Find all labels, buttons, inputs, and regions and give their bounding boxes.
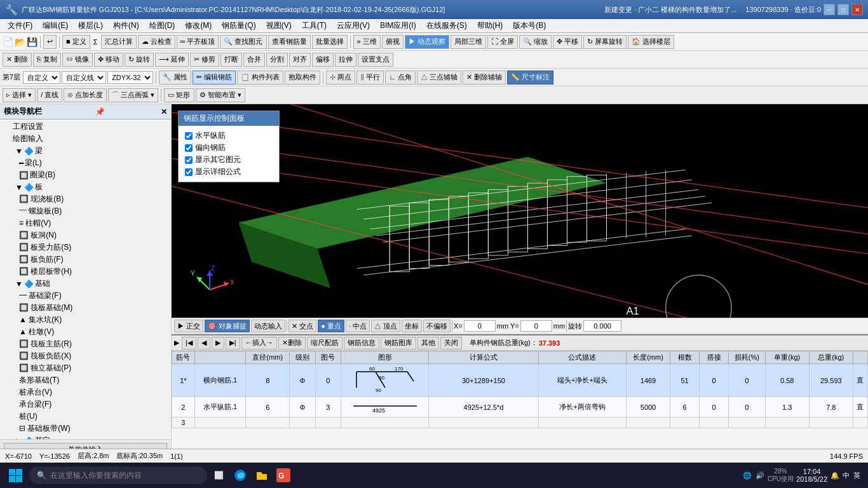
foundation-expand-icon[interactable]: ▼ xyxy=(15,280,23,288)
menu-tools[interactable]: 工具(T) xyxy=(297,19,332,32)
extend-button[interactable]: ⟶ 延伸 xyxy=(155,53,189,67)
detail-formula-checkbox[interactable] xyxy=(185,168,193,176)
sidebar-item-cap-beam[interactable]: 承台梁(F) xyxy=(1,398,170,410)
insert-button[interactable]: ←插入→ xyxy=(241,337,277,349)
three-point-axis-button[interactable]: △ 三点辅轴 xyxy=(417,71,461,85)
find-element-button[interactable]: 🔍 查找图元 xyxy=(220,35,266,49)
table-row[interactable]: 1* 横向钢筋.1 8 Φ 0 xyxy=(172,364,868,397)
app-glodon-icon[interactable]: G xyxy=(273,465,294,485)
table-row[interactable]: 2 水平纵筋.1 6 Φ 3 49 xyxy=(172,397,868,417)
bottom-delete-button[interactable]: ✕删除 xyxy=(278,337,306,349)
top-view-button[interactable]: 俯视 xyxy=(382,35,403,49)
sidebar-item-pile-cap[interactable]: 桩承台(V) xyxy=(1,386,170,398)
bias-rebar-checkbox[interactable] xyxy=(185,144,193,152)
y-input[interactable] xyxy=(520,320,552,332)
dimension-button[interactable]: 📏 尺寸标注 xyxy=(507,71,553,85)
total-calc-button[interactable]: 汇总计算 xyxy=(101,35,137,49)
horizontal-rebar-checkbox[interactable] xyxy=(185,132,193,140)
pick-component-button[interactable]: 抱取构件 xyxy=(285,71,320,85)
set-pivot-button[interactable]: 设置支点 xyxy=(358,53,393,67)
snap-button[interactable]: 🎯 对象捕捉 xyxy=(205,320,250,332)
arc-tool-button[interactable]: ⌒ 三点画弧 ▾ xyxy=(108,88,158,102)
other-elements-checkbox[interactable] xyxy=(185,156,193,164)
midpoint-main-button[interactable]: ● 重点 xyxy=(318,320,344,332)
slab-expand-icon[interactable]: ▼ xyxy=(15,183,23,192)
sidebar-item-slab-hole[interactable]: 🔲 板洞(N) xyxy=(1,229,170,241)
sidebar-item-slab-stress-rebar[interactable]: 🔲 板受力筋(S) xyxy=(1,241,170,254)
close-button[interactable]: ✕ xyxy=(851,4,863,15)
dynamic-observe-button[interactable]: ▶ 动态观察 xyxy=(405,35,449,49)
taskview-button[interactable]: ⬜ xyxy=(208,465,229,485)
layer-select[interactable]: 自定义 xyxy=(23,71,60,84)
merge-button[interactable]: 合并 xyxy=(243,53,265,67)
scale-layout-button[interactable]: 缩尺配筋 xyxy=(307,337,342,349)
maximize-button[interactable]: □ xyxy=(837,4,849,15)
sidebar-item-floor-band[interactable]: 🔲 楼层板带(H) xyxy=(1,266,170,278)
zdyx-select[interactable]: ZDYX-32 xyxy=(107,71,153,84)
copy-button[interactable]: ⎘ 复制 xyxy=(33,53,61,67)
close-panel-button[interactable]: 关闭 xyxy=(440,337,462,349)
sidebar-item-beam-group[interactable]: ▼ 🔷 梁 xyxy=(1,145,170,157)
trim-button[interactable]: ✂ 修剪 xyxy=(190,53,219,67)
stretch-button[interactable]: 拉伸 xyxy=(335,53,356,67)
volume-icon[interactable]: 🔊 xyxy=(755,470,765,480)
menu-rebar-qty[interactable]: 钢筋量(Q) xyxy=(217,19,261,32)
notification-icon[interactable]: 🔔 xyxy=(830,470,840,480)
mirror-button[interactable]: ⇔ 镜像 xyxy=(62,53,93,67)
select-tool-button[interactable]: ▹ 选择 ▾ xyxy=(3,88,36,102)
sidebar-item-pile[interactable]: 桩(U) xyxy=(1,410,170,423)
dynamic-input-button[interactable]: 动态输入 xyxy=(251,320,285,332)
sidebar-item-ring-beam[interactable]: 🔲 圈梁(B) xyxy=(1,169,170,181)
menu-floor[interactable]: 楼层(L) xyxy=(73,19,108,32)
midpoint-button[interactable]: · 中点 xyxy=(346,320,370,332)
parallel-button[interactable]: ∥ 平行 xyxy=(356,71,384,85)
move-button[interactable]: ✥ 移动 xyxy=(94,53,123,67)
menu-cloud[interactable]: 云应用(V) xyxy=(332,19,375,32)
sidebar-item-sump[interactable]: ▲ 集水坑(K) xyxy=(1,314,170,326)
start-button[interactable] xyxy=(3,463,28,487)
sidebar-item-isolated-foundation[interactable]: 🔲 独立基础(P) xyxy=(1,362,170,374)
rotate-input[interactable] xyxy=(583,320,621,332)
sidebar-item-column-cap[interactable]: ≡ 柱帽(V) xyxy=(1,217,170,229)
sidebar-item-foundation-group[interactable]: ▼ 🔷 基础 xyxy=(1,278,170,290)
rebar-library-button[interactable]: 钢筋图库 xyxy=(381,337,416,349)
point-length-button[interactable]: ⊙ 点加长度 xyxy=(64,88,107,102)
delete-axis-button[interactable]: ✕ 删除辅轴 xyxy=(463,71,506,85)
zoom-button[interactable]: 🔍 缩放 xyxy=(519,35,552,49)
rotate-button[interactable]: ↻ 旋转 xyxy=(125,53,154,67)
sidebar-item-foundation-beam[interactable]: ━ 基础梁(F) xyxy=(1,290,170,302)
sidebar-item-raft-main-rebar[interactable]: 🔲 筏板主筋(R) xyxy=(1,338,170,350)
menu-bim[interactable]: BIM应用(I) xyxy=(375,19,421,32)
break-button[interactable]: 打断 xyxy=(220,53,242,67)
sidebar-item-slab-group[interactable]: ▼ 🔷 板 xyxy=(1,181,170,193)
select-floor-button[interactable]: 🏠 选择楼层 xyxy=(628,35,674,49)
minimize-button[interactable]: ─ xyxy=(824,4,835,15)
level-plate-button[interactable]: ═ 平齐板顶 xyxy=(177,35,219,49)
no-offset-button[interactable]: 不偏移 xyxy=(423,320,451,332)
nav-first-button[interactable]: |◀ xyxy=(182,337,196,349)
view-rebar-button[interactable]: 查看钢筋量 xyxy=(268,35,311,49)
other-button[interactable]: 其他 xyxy=(417,337,439,349)
sidebar-item-drawing-input[interactable]: 绘图输入 xyxy=(1,133,170,145)
sidebar-item-cast-slab[interactable]: 🔲 现浇板(B) xyxy=(1,193,170,205)
table-row[interactable]: 3 xyxy=(172,417,868,428)
line-type-select[interactable]: 自定义线 xyxy=(62,71,106,84)
delete-button[interactable]: ✕ 删除 xyxy=(3,53,32,67)
orthogonal-button[interactable]: ▶ 正交 xyxy=(174,320,203,332)
rect-tool-button[interactable]: ▭ 矩形 xyxy=(164,88,194,102)
sidebar-close-icon[interactable]: ✕ xyxy=(161,107,167,116)
align-button[interactable]: 对齐 xyxy=(289,53,311,67)
menu-draw[interactable]: 绘图(D) xyxy=(144,19,180,32)
define-button[interactable]: ■ 定义 xyxy=(62,35,90,49)
menu-online[interactable]: 在线服务(S) xyxy=(421,19,472,32)
x-input[interactable] xyxy=(464,320,496,332)
menu-help[interactable]: 帮助(H) xyxy=(472,19,508,32)
undo-button[interactable]: ↩ xyxy=(43,35,57,49)
properties-button[interactable]: 🔧 属性 xyxy=(159,71,191,85)
nav-last-button[interactable]: ▶| xyxy=(226,337,240,349)
menu-modify[interactable]: 修改(M) xyxy=(180,19,217,32)
menu-version[interactable]: 版本号(B) xyxy=(508,19,551,32)
sidebar-item-column-pier[interactable]: ▲ 柱墩(V) xyxy=(1,326,170,338)
sidebar-item-raft-neg-rebar[interactable]: 🔲 筏板负筋(X) xyxy=(1,350,170,362)
edit-rebar-button[interactable]: ✏ 编辑钢筋 xyxy=(193,71,236,85)
